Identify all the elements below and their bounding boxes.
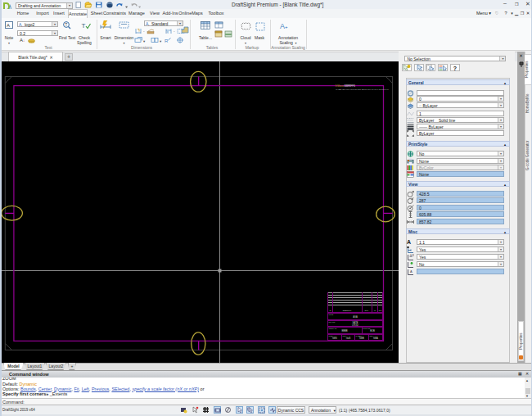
- svg-text:-: -: [143, 29, 145, 34]
- svg-text:T: T: [65, 23, 67, 27]
- svg-text:SMB: SMB: [359, 337, 364, 340]
- svg-text:SMS: SMS: [332, 337, 337, 340]
- svg-text:A1 ISO (594.00 x 841.00 MM) Sx: A1 ISO (594.00 x 841.00 MM) Sxxxx 1xx (x…: [336, 88, 390, 91]
- svg-text:BBBB: BBBB: [341, 329, 347, 332]
- svg-text:DESCRIP: DESCRIP: [343, 310, 352, 312]
- svg-text:IT: IT: [329, 310, 331, 312]
- svg-text:PC: PC: [379, 310, 382, 312]
- svg-text:T: T: [82, 22, 86, 29]
- svg-text:R: R: [167, 31, 169, 34]
- svg-text:GaN: GaN: [346, 337, 351, 340]
- svg-text:LROD: LROD: [352, 323, 358, 327]
- svg-text:R: R: [165, 38, 169, 43]
- svg-text:A: A: [7, 23, 10, 28]
- svg-text:123: 123: [410, 254, 414, 257]
- svg-text:DRAWN: DRAWN: [329, 321, 336, 323]
- svg-text:A: A: [410, 269, 413, 273]
- svg-text:▾: ▾: [160, 39, 162, 43]
- svg-text:AGA: AGA: [353, 315, 358, 319]
- svg-text:M: M: [374, 310, 376, 312]
- svg-text:SMA: SMA: [373, 337, 378, 340]
- svg-text:▾: ▾: [143, 39, 146, 43]
- svg-text:S:Mxxxx BBRRFFS: S:Mxxxx BBRRFFS: [336, 84, 356, 88]
- svg-text:QTY: QTY: [365, 310, 369, 312]
- svg-text:COMPANY: COMPANY: [329, 328, 338, 329]
- svg-text:-: -: [174, 29, 175, 34]
- svg-text:TITLE: TITLE: [329, 314, 334, 315]
- svg-text:BOB: BOB: [370, 329, 375, 332]
